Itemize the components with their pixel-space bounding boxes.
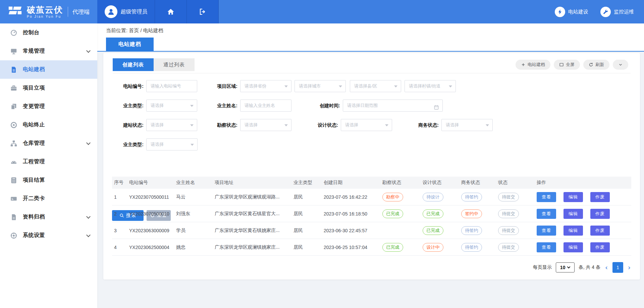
void-button[interactable]: 作废	[590, 226, 610, 236]
filter-label-station-code: 电站编号:	[109, 80, 144, 92]
owner-type: 居民	[291, 211, 322, 217]
module-station-build[interactable]: 电站建设	[555, 7, 588, 17]
brand-logo-icon	[7, 4, 23, 19]
sidebar-item-station-archive[interactable]: 电站建档	[0, 60, 97, 79]
tab-passed-list[interactable]: 通过列表	[154, 58, 195, 71]
gear-icon	[10, 232, 17, 239]
module-label: 电站建设	[568, 9, 588, 15]
void-button[interactable]: 作废	[590, 209, 610, 219]
row-actions: 查看编辑作废	[535, 242, 631, 252]
status-badge: 待签约	[461, 243, 482, 252]
chevron-down-icon	[618, 62, 623, 67]
sidebar-item-label: 电站终止	[23, 121, 45, 128]
column-header: 状态	[496, 180, 535, 186]
owner-name: 刘强东	[174, 211, 213, 217]
sidebar-item-system-settings[interactable]: 系统设置	[0, 226, 97, 245]
sidebar-item-label: 变更管理	[23, 103, 45, 110]
status-badge: 待签约	[461, 226, 482, 235]
current-page-button[interactable]: 1	[612, 262, 623, 273]
filter-owner-type-2-select[interactable]: 请选择	[146, 138, 198, 150]
sidebar-item-project-initiation[interactable]: 项目立项	[0, 79, 97, 97]
view-button[interactable]: 查看	[537, 209, 556, 219]
sidebar-item-type2-card[interactable]: 开二类卡	[0, 189, 97, 208]
filter-owner-type-select[interactable]: 请选择	[146, 100, 197, 112]
survey-status: 已完成	[380, 243, 421, 252]
create-station-button[interactable]: 电站建档	[516, 60, 550, 70]
status-badge: 已完成	[423, 209, 443, 218]
per-page-select[interactable]: 10	[556, 262, 575, 272]
edit-button[interactable]: 编辑	[564, 192, 583, 202]
owner-name: 马云	[174, 194, 213, 200]
user-name: 超级管理员	[121, 8, 148, 15]
tab-create-list[interactable]: 创建列表	[113, 58, 154, 71]
pill-label: 电站建档	[528, 62, 545, 68]
filter-project-region-2-select[interactable]: 请选择县/区	[350, 80, 401, 92]
filter-business-status-select[interactable]: 请选择	[441, 119, 493, 131]
filter-create-time-daterange[interactable]: 请选择日期范围	[343, 100, 443, 112]
filter-label-business-status: 商务状态:	[404, 119, 439, 131]
view-button[interactable]: 查看	[537, 226, 556, 236]
next-page-button[interactable]: ›	[627, 264, 631, 271]
briefcase-icon	[10, 84, 17, 92]
fullscreen-button[interactable]: 全屏	[554, 60, 580, 70]
chevron-down-icon	[567, 265, 571, 268]
home-button[interactable]	[155, 0, 187, 23]
filter-survey-status-select[interactable]: 请选择	[240, 119, 291, 131]
logout-button[interactable]	[187, 0, 219, 23]
filter-project-region-1-select[interactable]: 请选择城市	[294, 80, 346, 92]
filter-label-project-region: 项目区域:	[203, 80, 237, 92]
sidebar-item-label: 开二类卡	[23, 195, 45, 202]
file-icon	[10, 213, 17, 221]
brand-divider	[68, 7, 68, 17]
void-button[interactable]: 作废	[590, 242, 610, 252]
topbar: 破茧云伏 Po Jian Yun Fu 代理端 超级管理员 电站建设监控运维	[0, 0, 644, 23]
calculator-icon	[10, 177, 17, 184]
owner-name: 学员	[174, 228, 213, 234]
submit-status: 待提交	[496, 193, 535, 201]
design-status: 设计中	[421, 243, 459, 252]
edit-button[interactable]: 编辑	[564, 226, 583, 236]
module-monitor-ops[interactable]: 监控运维	[600, 7, 634, 17]
column-header: 勘察状态	[380, 180, 421, 186]
business-status: 待签约	[459, 226, 496, 235]
placeholder: 请选择	[446, 122, 459, 127]
prev-page-button[interactable]: ‹	[604, 264, 608, 271]
sidebar-item-project-settlement[interactable]: 项目结算	[0, 171, 97, 189]
collapse-button[interactable]	[613, 60, 628, 70]
placeholder: 请选择	[345, 122, 358, 127]
sidebar-item-general-mgmt[interactable]: 常规管理	[0, 42, 97, 60]
view-button[interactable]: 查看	[537, 192, 556, 202]
records-table: 序号电站编号业主姓名项目地址业主类型创建日期勘察状态设计状态商务状态状态操作 1…	[112, 177, 631, 256]
filter-project-region-0-select[interactable]: 请选择省份	[240, 80, 291, 92]
chevron-down-icon	[86, 140, 91, 145]
filter-project-region-3-select[interactable]: 请选择村镇/街道	[405, 80, 456, 92]
filter-design-status-select[interactable]: 请选择	[341, 119, 392, 131]
owner-type: 居民	[291, 244, 322, 250]
sidebar-item-label: 项目结算	[23, 177, 45, 184]
user-menu[interactable]: 超级管理员	[97, 0, 155, 23]
edit-button[interactable]: 编辑	[564, 209, 583, 219]
created-date: 2023-06-25 10:57:04	[322, 245, 380, 250]
sidebar-item-change-mgmt[interactable]: 变更管理	[0, 97, 97, 116]
sidebar-item-data-archive[interactable]: 资料归档	[0, 208, 97, 226]
filter-build-status-select[interactable]: 请选择	[146, 119, 197, 131]
sidebar: 控制台常规管理电站建档项目立项变更管理电站终止仓库管理工程管理项目结算开二类卡资…	[0, 23, 97, 308]
column-header: 业主姓名	[174, 180, 213, 186]
sidebar-item-warehouse-mgmt[interactable]: 仓库管理	[0, 134, 97, 152]
filter-owner-name-input[interactable]: 请输入业主姓名	[240, 100, 291, 112]
sidebar-item-console[interactable]: 控制台	[0, 23, 97, 42]
void-button[interactable]: 作废	[590, 192, 610, 202]
placeholder: 请选择	[151, 103, 164, 108]
filter-station-code-input[interactable]: 请输入电站编号	[146, 80, 197, 92]
view-button[interactable]: 查看	[537, 242, 556, 252]
refresh-button[interactable]: 刷新	[583, 60, 609, 70]
caret-down-icon	[486, 124, 489, 126]
sidebar-item-engineering-mgmt[interactable]: 工程管理	[0, 152, 97, 171]
edit-button[interactable]: 编辑	[564, 242, 583, 252]
caret-down-icon	[284, 85, 288, 87]
project-address: 广东深圳龙华区观澜镇观湖路...	[213, 194, 291, 200]
page-tab-station-archive[interactable]: 电站建档	[106, 38, 154, 51]
business-status: 待签约	[459, 243, 496, 252]
per-page-label: 每页显示	[533, 264, 552, 270]
sidebar-item-station-termination[interactable]: 电站终止	[0, 116, 97, 134]
